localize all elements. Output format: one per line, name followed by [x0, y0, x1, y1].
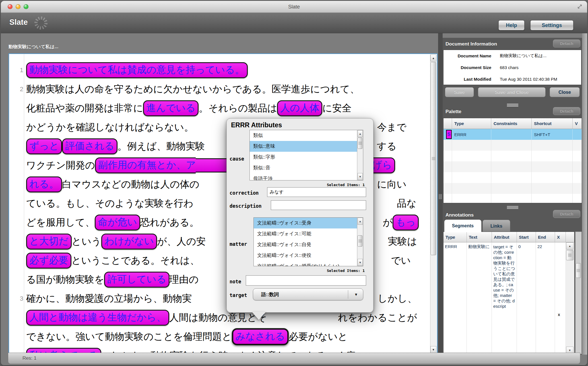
annotations-detach-button[interactable]: Detach — [553, 210, 580, 218]
save-and-close-button[interactable]: Save and Close — [478, 87, 546, 97]
doc-text: る国が動物実験を — [26, 273, 104, 286]
line-right-fragment: がもっ — [383, 215, 419, 230]
scrollbar-thumb[interactable] — [431, 62, 436, 255]
palette-row[interactable]: SERRRSHFT+T — [443, 129, 582, 140]
scroll-down-icon[interactable]: ▼ — [358, 259, 363, 266]
doc-text: 理由の — [170, 273, 199, 286]
empty-cell — [573, 140, 582, 151]
matter-option[interactable]: 文法範疇::ヴォイス::受身 — [254, 218, 363, 228]
scrollbar-thumb[interactable] — [566, 250, 573, 260]
scrollbar-thumb[interactable] — [358, 235, 362, 247]
doc-info-detach-button[interactable]: Detach — [553, 39, 580, 47]
cause-option[interactable]: 類似::音 — [250, 163, 363, 173]
panel-resize-handle[interactable] — [507, 104, 518, 107]
empty-cell — [532, 151, 573, 161]
matter-list[interactable]: 文法範疇::ヴォイス::受身文法範疇::ヴォイス::可能文法範疇::ヴォイス::… — [253, 217, 363, 266]
scroll-up-icon[interactable]: ▲ — [358, 130, 363, 137]
highlight-segment[interactable]: 許可している — [104, 272, 169, 288]
annot-col-type: Type — [443, 232, 467, 242]
doc-text: どを服用して、 — [26, 216, 95, 229]
highlight-segment[interactable]: わけがない — [101, 234, 157, 249]
scroll-down-icon[interactable]: ▼ — [358, 173, 363, 180]
note-input[interactable] — [246, 275, 366, 286]
annotations-header-row: Type Text Attribut Start End X — [443, 232, 574, 242]
palette-header-row: Type Constraints Shortcut V — [443, 118, 582, 129]
doc-text: 確かに、動物愛護の立場から、動物実 — [26, 292, 192, 305]
delete-annotation-button[interactable]: x — [558, 312, 560, 317]
matter-list-scrollbar[interactable]: ▲ ▼ — [357, 218, 363, 266]
palette-type-cell: ERRR — [452, 129, 491, 140]
highlight-segment[interactable]: と大切だ — [26, 234, 72, 249]
cause-option[interactable]: 類似 — [250, 130, 363, 141]
highlight-segment[interactable]: れる。 — [26, 176, 62, 192]
scrollbar-thumb[interactable] — [576, 263, 581, 278]
window-title: Slate — [1, 1, 587, 13]
matter-option[interactable]: 文法範疇::ヴォイス::授受(やりもらい) — [254, 261, 363, 266]
resize-icon[interactable] — [577, 4, 583, 9]
empty-cell — [573, 151, 582, 161]
line-right-fragment: れをわかることが — [338, 311, 417, 324]
highlight-segment[interactable]: 評価される — [62, 138, 117, 154]
highlight-segment[interactable]: もっ — [393, 215, 419, 230]
target-label: target — [230, 292, 247, 298]
last-modified-row: Last Modified Tue Aug 30 2011 02:40:38 P… — [443, 73, 581, 85]
empty-cell — [452, 140, 491, 151]
cause-option[interactable]: 類似::字形 — [250, 152, 363, 163]
thumb-grip — [432, 157, 435, 160]
doc-text: が — [383, 216, 393, 229]
scroll-up-icon[interactable]: ▲ — [430, 55, 436, 61]
palette-empty-row — [443, 151, 582, 161]
target-dropdown[interactable]: 語::数詞 ▼ — [253, 288, 363, 300]
cause-list-scrollbar[interactable]: ▲ ▼ — [357, 130, 363, 180]
empty-cell — [452, 151, 491, 161]
panel-splitter[interactable] — [438, 33, 443, 355]
palette-detach-button[interactable]: Detach — [553, 107, 580, 115]
highlight-segment[interactable]: ずっと — [26, 138, 62, 154]
highlight-segment[interactable]: 必ず必要 — [26, 253, 71, 269]
panel-resize-handle[interactable] — [507, 206, 518, 209]
doc-name-label: Document Name — [443, 53, 491, 58]
highlight-segment[interactable]: 動物実験について私は賛成の意見を持っている。 — [26, 62, 248, 78]
document-scrollbar[interactable]: ▲ ▼ — [430, 55, 436, 353]
highlight-segment[interactable]: 人間と動物は違う生物だから、 — [26, 310, 169, 326]
scroll-up-icon[interactable]: ▲ — [566, 242, 573, 249]
line-right-fragment: する — [377, 140, 397, 153]
palette-constraints-cell — [491, 129, 532, 140]
doc-text: 今まで — [377, 121, 407, 134]
thumb-grip — [358, 240, 362, 243]
scroll-down-icon[interactable]: ▼ — [430, 346, 436, 353]
doc-size-value: 683 chars — [500, 65, 519, 70]
highlight-segment[interactable]: 命が危い — [95, 215, 140, 230]
close-button[interactable]: Close — [550, 87, 580, 97]
tab-links[interactable]: Links — [482, 220, 510, 232]
settings-button[interactable]: Settings — [530, 20, 573, 30]
correction-input[interactable] — [267, 187, 366, 197]
highlight-segment[interactable]: 進んでいる — [143, 100, 199, 116]
description-input[interactable] — [271, 200, 366, 210]
highlight-segment[interactable]: みなされる — [232, 328, 289, 345]
palette-col-type: Type — [452, 118, 491, 129]
cause-option[interactable]: 類似::意味 — [250, 141, 363, 152]
line-right-fragment: しかし、 — [378, 292, 417, 305]
empty-cell — [491, 194, 532, 203]
matter-option[interactable]: 文法範疇::ヴォイス::可能 — [254, 228, 363, 239]
highlight-segment[interactable]: げら — [372, 157, 395, 173]
annotation-row[interactable]: ERRR 動物実験に target = その他; correction = 動物… — [443, 242, 574, 354]
palette-col-v: V — [573, 118, 582, 129]
splitter-grip-icon — [439, 194, 442, 199]
save-button[interactable]: Save — [445, 87, 474, 97]
matter-option[interactable]: 文法範疇::ヴォイス::使役 — [254, 250, 363, 261]
annotations-outer-scrollbar[interactable] — [575, 232, 582, 354]
doc-text: 化粧品や薬の開発は非常に — [26, 102, 143, 115]
cause-list[interactable]: 類似類似::意味類似::字形類似::音母語干渉 ▲ ▼ — [249, 130, 363, 180]
highlight-segment[interactable]: 副作用の有無とか、ア — [95, 157, 196, 173]
scroll-up-icon[interactable]: ▲ — [358, 218, 363, 225]
help-button[interactable]: Help — [498, 20, 525, 30]
highlight-segment[interactable]: 人の人体 — [277, 100, 322, 116]
annotations-inner-scrollbar[interactable]: ▲ ▼ — [566, 242, 574, 354]
scrollbar-thumb[interactable] — [358, 138, 362, 149]
doc-text: ている。もし、そのような実験を行わ — [26, 197, 193, 210]
cause-option[interactable]: 母語干渉 — [250, 173, 363, 180]
tab-segments[interactable]: Segments — [444, 220, 481, 232]
matter-option[interactable]: 文法範疇::ヴォイス::自発 — [254, 239, 363, 250]
